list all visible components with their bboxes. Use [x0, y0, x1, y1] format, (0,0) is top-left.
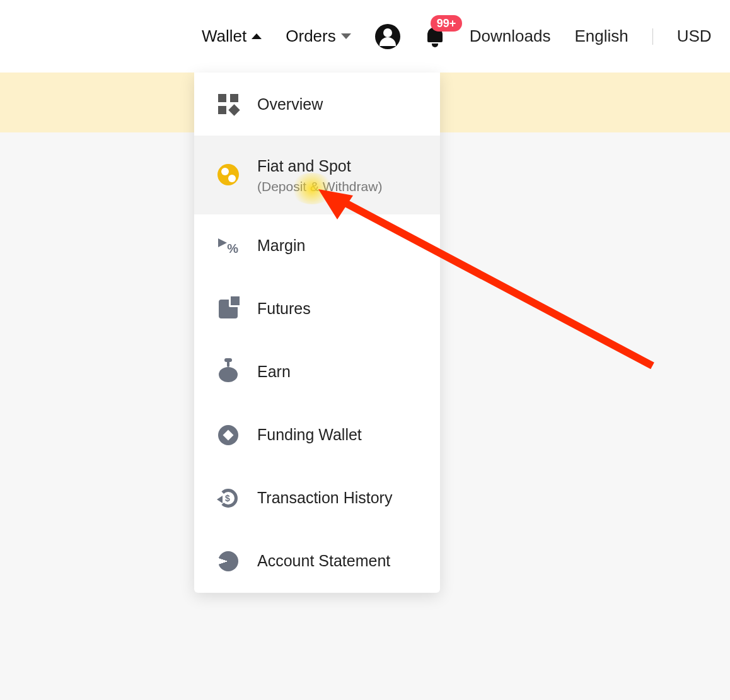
menu-account-statement[interactable]: Account Statement — [194, 530, 440, 593]
menu-fiat-spot-sub: (Deposit & Withdraw) — [257, 179, 382, 194]
earn-icon — [217, 361, 240, 383]
funding-wallet-icon — [217, 424, 240, 446]
notifications-badge: 99+ — [431, 15, 463, 32]
menu-fiat-spot[interactable]: Fiat and Spot (Deposit & Withdraw) — [194, 136, 440, 214]
menu-transaction-history[interactable]: Transaction History — [194, 467, 440, 530]
account-icon[interactable] — [375, 24, 400, 49]
menu-fiat-spot-label: Fiat and Spot — [257, 156, 382, 177]
menu-earn[interactable]: Earn — [194, 341, 440, 404]
nav-wallet[interactable]: Wallet — [202, 26, 262, 46]
nav-downloads[interactable]: Downloads — [470, 26, 551, 46]
futures-icon — [217, 298, 240, 320]
nav-currency[interactable]: USD — [677, 26, 712, 46]
overview-icon — [217, 93, 240, 115]
menu-overview[interactable]: Overview — [194, 73, 440, 136]
nav-orders-label: Orders — [286, 26, 335, 46]
nav-orders[interactable]: Orders — [286, 26, 351, 46]
margin-icon — [217, 235, 240, 257]
notifications-button[interactable]: 99+ — [424, 26, 446, 47]
menu-funding-wallet[interactable]: Funding Wallet — [194, 404, 440, 467]
caret-down-icon — [341, 33, 351, 39]
menu-margin[interactable]: Margin — [194, 214, 440, 277]
menu-account-statement-label: Account Statement — [257, 551, 390, 571]
nav-wallet-label: Wallet — [202, 26, 246, 46]
menu-overview-label: Overview — [257, 94, 323, 115]
transaction-history-icon — [217, 487, 240, 510]
menu-futures-label: Futures — [257, 298, 311, 319]
menu-funding-wallet-label: Funding Wallet — [257, 424, 362, 445]
menu-transaction-history-label: Transaction History — [257, 487, 392, 508]
menu-margin-label: Margin — [257, 235, 305, 256]
fiat-spot-icon — [217, 163, 240, 186]
menu-earn-label: Earn — [257, 361, 291, 382]
nav-language[interactable]: English — [574, 26, 628, 46]
wallet-dropdown: Overview Fiat and Spot (Deposit & Withdr… — [194, 73, 440, 593]
caret-up-icon — [252, 33, 262, 39]
top-navigation: Wallet Orders 99+ Downloads English USD — [0, 0, 730, 73]
nav-divider — [652, 28, 653, 45]
account-statement-icon — [217, 550, 240, 573]
menu-futures[interactable]: Futures — [194, 277, 440, 341]
